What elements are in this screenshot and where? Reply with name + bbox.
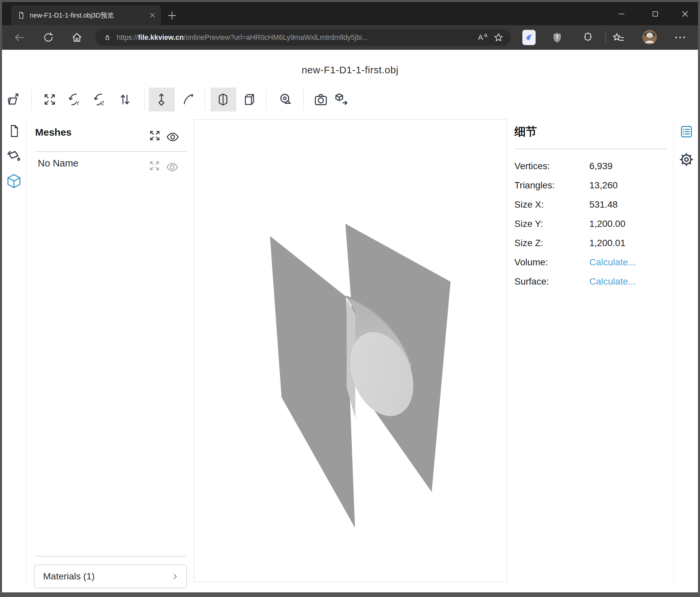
detail-label: Size Z: bbox=[515, 238, 589, 248]
toolbar-separator bbox=[204, 89, 205, 110]
rotate-y-label: Y bbox=[76, 100, 79, 106]
meshes-visibility-button[interactable] bbox=[166, 130, 180, 144]
window-edge-bottom bbox=[0, 592, 700, 597]
read-aloud-button[interactable]: A bbox=[477, 31, 488, 44]
details-panel-toggle-button[interactable] bbox=[679, 125, 693, 139]
extensions-button[interactable] bbox=[581, 32, 594, 44]
detail-value: 1,200.00 bbox=[589, 219, 625, 229]
export-model-icon bbox=[334, 92, 349, 107]
favorite-button[interactable] bbox=[493, 32, 504, 43]
avatar-image bbox=[642, 30, 657, 44]
settings-menu-button[interactable] bbox=[672, 32, 689, 43]
rotate-z-button[interactable]: Z bbox=[93, 92, 107, 107]
lock-icon bbox=[103, 33, 111, 42]
sidebar-tab-meshes[interactable] bbox=[6, 173, 22, 189]
refresh-button[interactable] bbox=[40, 29, 57, 46]
open-file-button[interactable] bbox=[7, 92, 21, 107]
details-row-size-z: Size Z: 1,200.01 bbox=[515, 234, 666, 253]
paint-material-icon bbox=[6, 149, 22, 165]
maximize-icon bbox=[651, 10, 659, 18]
url-scheme: https:// bbox=[117, 33, 138, 42]
details-row-triangles: Triangles: 13,260 bbox=[515, 176, 666, 195]
perspective-view-button[interactable] bbox=[216, 92, 230, 107]
viewport-3d[interactable] bbox=[194, 119, 507, 582]
close-icon bbox=[681, 9, 690, 18]
screenshot-button[interactable] bbox=[314, 92, 328, 107]
detail-value: 1,200.01 bbox=[589, 238, 625, 248]
export-button[interactable] bbox=[334, 92, 349, 107]
cube-icon bbox=[6, 173, 22, 189]
detail-label: Size X: bbox=[515, 199, 589, 210]
expand-arrows-icon bbox=[149, 129, 161, 142]
orbit-button[interactable] bbox=[181, 92, 196, 107]
url-domain: file.kkview.cn bbox=[138, 33, 184, 42]
details-panel-divider bbox=[515, 149, 666, 149]
address-bar[interactable]: https://file.kkview.cn/onlinePreview?url… bbox=[96, 29, 510, 46]
ellipsis-icon bbox=[674, 35, 686, 40]
toolbar-separator bbox=[303, 89, 304, 110]
profile-avatar[interactable] bbox=[642, 30, 657, 44]
rotate-y-button[interactable]: Y bbox=[68, 92, 82, 107]
new-tab-button[interactable] bbox=[166, 10, 178, 21]
materials-button-label: Materials (1) bbox=[43, 571, 171, 582]
extension-shield-button[interactable]: T bbox=[551, 31, 564, 46]
window-maximize-button[interactable] bbox=[645, 7, 665, 21]
details-row-vertices: Vertices: 6,939 bbox=[515, 157, 666, 176]
back-arrow-icon bbox=[13, 31, 26, 44]
orbit-arc-icon bbox=[181, 93, 195, 106]
detail-label: Triangles: bbox=[515, 180, 589, 191]
tab-favicon-document-icon bbox=[17, 11, 25, 20]
shield-letter: T bbox=[555, 34, 559, 40]
collections-button[interactable] bbox=[612, 31, 625, 44]
fit-view-button[interactable] bbox=[43, 92, 57, 107]
meshes-zoom-to-button[interactable] bbox=[149, 129, 161, 142]
up-axis-button[interactable] bbox=[154, 92, 169, 107]
meshes-panel-heading: Meshes bbox=[35, 127, 72, 138]
toolbar-separator bbox=[31, 89, 32, 110]
expand-arrows-icon bbox=[149, 160, 160, 172]
measure-button[interactable] bbox=[278, 92, 293, 107]
rotate-z-icon: Z bbox=[93, 92, 107, 107]
measure-tape-icon bbox=[278, 92, 293, 107]
flip-vertical-button[interactable] bbox=[118, 92, 132, 107]
window-edge-left bbox=[0, 0, 2, 597]
details-list-icon bbox=[679, 125, 693, 139]
window-close-button[interactable] bbox=[675, 7, 695, 21]
sidebar-tab-materials[interactable] bbox=[6, 149, 22, 165]
materials-button[interactable]: Materials (1) bbox=[34, 565, 187, 588]
home-icon bbox=[71, 31, 83, 44]
orthographic-view-icon bbox=[242, 93, 255, 106]
browser-tab[interactable]: new-F1-D1-1-first.obj3D预览 bbox=[11, 5, 161, 25]
model-preview-scene bbox=[194, 120, 507, 582]
mesh-item-zoom-to-button[interactable] bbox=[149, 160, 160, 172]
mesh-item-visibility-button[interactable] bbox=[166, 161, 179, 174]
mesh-list-item-label[interactable]: No Name bbox=[38, 158, 79, 169]
sidebar-tab-file[interactable] bbox=[7, 124, 21, 138]
chevron-right-icon bbox=[171, 572, 179, 580]
window-minimize-button[interactable] bbox=[611, 7, 631, 21]
calculate-surface-link[interactable]: Calculate... bbox=[589, 276, 636, 287]
detail-label: Volume: bbox=[515, 257, 589, 268]
viewer-settings-button[interactable] bbox=[679, 152, 694, 167]
extension-bird-button[interactable] bbox=[522, 30, 535, 45]
url-path: /onlinePreview?url=aHR0cHM6Ly9maWxlLmtrd… bbox=[184, 33, 368, 42]
toolbar-separator bbox=[144, 89, 145, 110]
url-text[interactable]: https://file.kkview.cn/onlinePreview?url… bbox=[117, 33, 471, 42]
meshes-panel-divider bbox=[35, 151, 186, 152]
eye-icon bbox=[166, 161, 179, 174]
eye-icon bbox=[166, 130, 180, 144]
back-button[interactable] bbox=[10, 29, 28, 46]
tab-close-icon[interactable] bbox=[149, 12, 156, 19]
puzzle-icon bbox=[581, 32, 594, 44]
detail-label: Size Y: bbox=[515, 219, 589, 229]
camera-icon bbox=[314, 92, 328, 107]
calculate-volume-link[interactable]: Calculate... bbox=[589, 257, 636, 268]
detail-value: 13,260 bbox=[589, 180, 618, 191]
file-icon bbox=[7, 124, 21, 138]
page-title: new-F1-D1-1-first.obj bbox=[2, 64, 698, 76]
bird-extension-icon bbox=[524, 32, 534, 43]
toolbar-separator bbox=[266, 89, 267, 110]
orthographic-view-button[interactable] bbox=[241, 92, 256, 107]
minimize-icon bbox=[618, 10, 625, 18]
home-button[interactable] bbox=[68, 29, 85, 46]
